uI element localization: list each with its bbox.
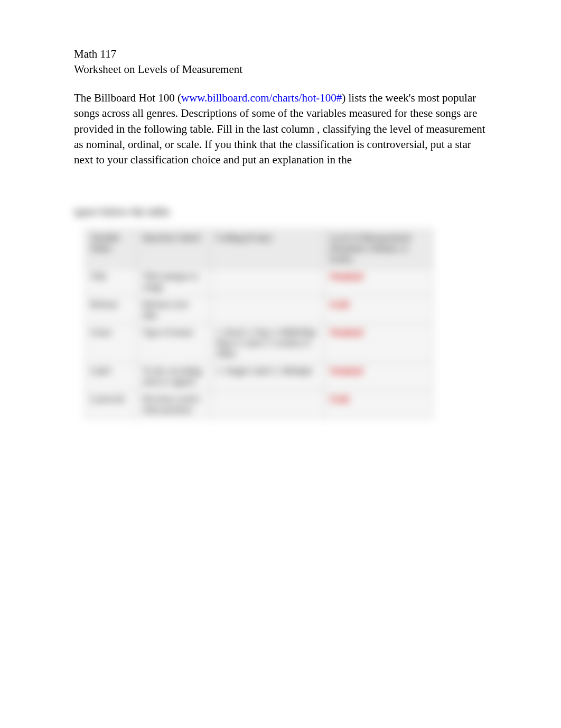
cell-question: To the recording artist is signed [137,363,211,391]
measurement-table: Variable Name Question Asked Coding (if … [85,229,433,419]
cell-coding [211,296,324,324]
document-page: Math 117 Worksheet on Levels of Measurem… [0,0,561,168]
table-row: Title Title (unique to song) Nominal [85,268,433,296]
cell-question: Release year date [137,296,211,324]
cell-answer: Nominal [324,324,433,363]
worksheet-title: Worksheet on Levels of Measurement [74,62,487,77]
cell-variable: Lastweek [85,391,137,419]
col-level: Level of Measurement (Nominal, Ordinal, … [324,229,433,268]
table-row: Label To the recording artist is signed … [85,363,433,391]
cell-variable: Release [85,296,137,324]
cell-question: Type of music [137,324,211,363]
table-header-row: Variable Name Question Asked Coding (if … [85,229,433,268]
col-question: Question Asked [137,229,211,268]
cell-answer: Scale [324,296,433,324]
cell-answer: Scale [324,391,433,419]
cell-coding [211,391,324,419]
cell-coding: 1. Single Label 2. Multiple [211,363,324,391]
cell-question: Previous week's chart position [137,391,211,419]
col-coding: Coding (if any) [211,229,324,268]
cell-variable: Title [85,268,137,296]
cell-variable: Label [85,363,137,391]
space-below-text: space below the table. [74,205,444,218]
cell-answer: Nominal [324,268,433,296]
billboard-link[interactable]: www.billboard.com/charts/hot-100# [181,91,342,104]
cell-variable: Genre [85,324,137,363]
blurred-content: space below the table. Variable Name Que… [74,205,444,419]
col-variable: Variable Name [85,229,137,268]
cell-question: Title (unique to song) [137,268,211,296]
cell-coding [211,268,324,296]
table-row: Release Release year date Scale [85,296,433,324]
cell-answer: Nominal [324,363,433,391]
table-row: Genre Type of music 1. Rock 2. Pop 3. R&… [85,324,433,363]
intro-paragraph: The Billboard Hot 100 (www.billboard.com… [74,90,487,168]
table-row: Lastweek Previous week's chart position … [85,391,433,419]
course-code: Math 117 [74,47,487,62]
intro-pre: The Billboard Hot 100 ( [74,91,181,104]
cell-coding: 1. Rock 2. Pop 3. R&B/Hip-Hop 4. Latin 5… [211,324,324,363]
